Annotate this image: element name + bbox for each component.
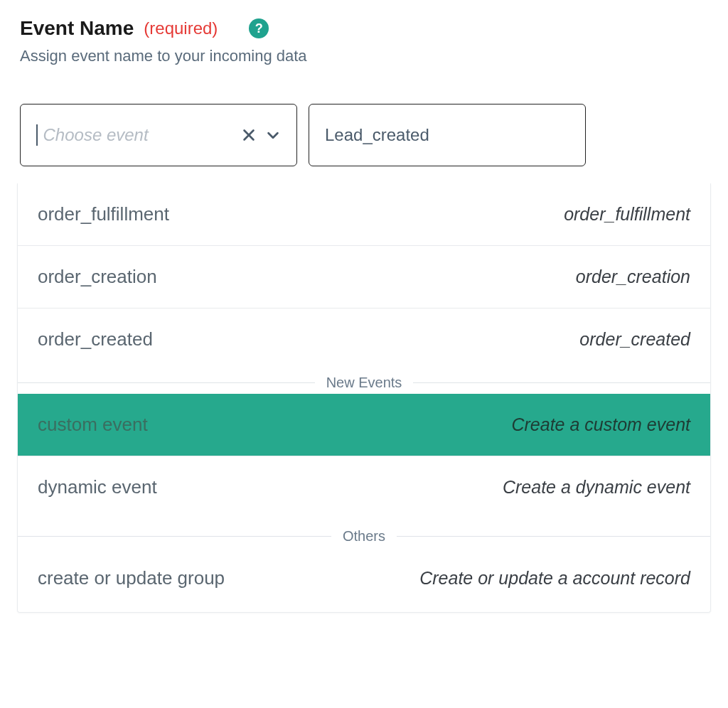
help-icon[interactable]: ? bbox=[249, 18, 269, 38]
option-desc: order_creation bbox=[576, 267, 690, 287]
event-name-value: Lead_created bbox=[325, 125, 429, 145]
option-custom-event[interactable]: custom event Create a custom event bbox=[18, 394, 710, 456]
option-label: create or update group bbox=[38, 567, 225, 589]
option-dynamic-event[interactable]: dynamic event Create a dynamic event bbox=[18, 456, 710, 518]
option-order-creation[interactable]: order_creation order_creation bbox=[18, 246, 710, 309]
option-label: custom event bbox=[38, 414, 148, 436]
required-label: (required) bbox=[144, 18, 218, 38]
group-divider-new-events: New Events bbox=[18, 375, 710, 391]
option-label: order_fulfillment bbox=[38, 203, 169, 225]
option-create-or-update-group[interactable]: create or update group Create or update … bbox=[18, 547, 710, 609]
select-placeholder: Choose event bbox=[43, 125, 242, 145]
text-cursor bbox=[36, 124, 38, 146]
option-order-created[interactable]: order_created order_created bbox=[18, 309, 710, 370]
option-order-fulfillment[interactable]: order_fulfillment order_fulfillment bbox=[18, 183, 710, 246]
clear-icon[interactable] bbox=[241, 127, 257, 143]
chevron-down-icon[interactable] bbox=[265, 127, 281, 143]
option-desc: order_created bbox=[579, 329, 690, 350]
option-label: order_creation bbox=[38, 266, 157, 288]
option-label: order_created bbox=[38, 328, 153, 350]
option-desc: Create a custom event bbox=[511, 414, 690, 435]
field-subtitle: Assign event name to your incoming data bbox=[20, 47, 708, 65]
event-name-input[interactable]: Lead_created bbox=[309, 104, 586, 166]
option-label: dynamic event bbox=[38, 476, 157, 498]
option-desc: order_fulfillment bbox=[564, 204, 690, 225]
event-select[interactable]: Choose event bbox=[20, 104, 297, 166]
group-label: Others bbox=[343, 528, 385, 545]
option-desc: Create a dynamic event bbox=[503, 477, 690, 498]
option-desc: Create or update a account record bbox=[419, 568, 690, 589]
group-label: New Events bbox=[326, 375, 402, 391]
event-dropdown: order_fulfillment order_fulfillment orde… bbox=[17, 183, 711, 613]
group-divider-others: Others bbox=[18, 528, 710, 545]
field-title: Event Name bbox=[20, 17, 134, 40]
